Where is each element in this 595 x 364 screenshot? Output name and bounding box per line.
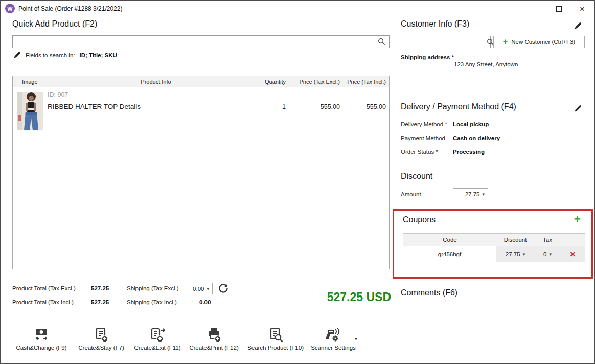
delete-coupon-button[interactable]: × (561, 246, 585, 262)
create-print-icon (205, 327, 223, 343)
plus-icon: + (503, 38, 508, 46)
coupon-col-discount: Discount (496, 234, 534, 246)
maximize-icon (556, 6, 562, 12)
window-title: Point of Sale (Order #1288 3/21/2022) (18, 1, 122, 16)
edit-fields-pencil-icon[interactable] (13, 51, 21, 59)
discount-title: Discount (401, 172, 432, 181)
close-icon: × (580, 5, 585, 13)
quick-add-title: Quick Add Product (F2) (12, 19, 97, 29)
search-product-button[interactable]: Search Product (F10) (243, 327, 308, 351)
pos-window: W Point of Sale (Order #1288 3/21/2022) … (0, 0, 595, 364)
product-table: Image Product Info Quantity Price (Tax E… (12, 76, 390, 269)
product-total-excl-label: Product Total (Tax Excl.) (12, 285, 76, 291)
product-total-excl-value: 527.25 (91, 285, 109, 291)
new-customer-label: New Customer (Ctrl+F3) (511, 39, 575, 45)
shipping-address-value: 123 Any Street, Anytown (454, 61, 518, 67)
product-price-excl: 555.00 (289, 103, 340, 110)
product-name-line: RIBBED HALTER TOP Details (48, 103, 141, 110)
coupons-highlight-box: Coupons + Code Discount Tax gr456hgf 27.… (393, 209, 593, 279)
delivery-method-value: Local pickup (453, 121, 489, 127)
app-logo-icon: W (5, 4, 15, 13)
cash-change-icon (33, 327, 50, 343)
product-search-input[interactable] (13, 36, 378, 48)
product-total-incl-value: 527.25 (91, 299, 109, 305)
col-header-price-excl: Price (Tax Excl.) (289, 76, 340, 87)
coupon-discount-dropdown[interactable]: 27.75 ▾ (496, 246, 534, 262)
order-status-value: Processing (453, 149, 485, 155)
scanner-settings-button[interactable]: Scanner Settings (308, 327, 358, 351)
scanner-settings-icon (325, 327, 342, 343)
product-search-box (12, 35, 390, 48)
cash-change-label: Cash&Change (F9) (16, 345, 66, 351)
search-icon[interactable] (378, 38, 385, 46)
coupon-code-cell[interactable]: gr456hgf (403, 246, 496, 262)
customer-search-input[interactable] (401, 36, 487, 48)
fields-to-search-label: Fields to search in: (26, 52, 75, 58)
create-exit-button[interactable]: Create&Exit (F11) (130, 327, 185, 351)
shipping-excl-dropdown[interactable]: 0.00 ▾ (181, 283, 213, 294)
caret-down-icon: ▾ (523, 252, 525, 257)
new-customer-button[interactable]: + New Customer (Ctrl+F3) (493, 36, 585, 48)
discount-amount-dropdown[interactable]: 27.75 ▾ (453, 188, 488, 200)
coupon-code-value: gr456hgf (438, 251, 461, 257)
product-price-incl: 555.00 (340, 103, 386, 110)
edit-customer-button[interactable] (573, 20, 583, 31)
col-header-price-incl: Price (Tax Incl.) (340, 76, 386, 87)
grand-total: 527.25 USD (285, 290, 391, 304)
create-stay-label: Create&Stay (F7) (78, 345, 124, 351)
payment-method-label: Payment Method (401, 135, 445, 141)
coupon-discount-value: 27.75 (506, 251, 520, 257)
cash-change-button[interactable]: Cash&Change (F9) (10, 327, 73, 351)
caret-down-icon: ▾ (549, 252, 552, 257)
create-stay-button[interactable]: Create&Stay (F7) (73, 327, 130, 351)
product-name: RIBBED HALTER TOP (48, 103, 118, 110)
product-id: ID: 907 (48, 91, 68, 98)
create-exit-label: Create&Exit (F11) (134, 345, 180, 351)
shipping-excl-label: Shipping (Tax Excl.) (127, 285, 179, 291)
delivery-payment-title: Delivery / Payment Method (F4) (401, 102, 516, 111)
comments-title: Comments (F6) (401, 288, 457, 298)
caret-down-icon: ▾ (207, 286, 209, 291)
add-coupon-button[interactable]: + (574, 214, 581, 225)
create-print-button[interactable]: Create&Print (F12) (185, 327, 243, 351)
fields-to-search-row: Fields to search in: ID; Title; SKU (13, 51, 117, 59)
payment-method-value: Cash on delivery (453, 135, 500, 141)
comments-textarea[interactable] (401, 305, 584, 352)
coupon-row: gr456hgf 27.75 ▾ 0 ▾ × (403, 246, 585, 262)
create-exit-icon (149, 327, 166, 343)
customer-search-box (401, 36, 491, 48)
edit-delivery-button[interactable] (573, 103, 583, 113)
coupons-table-header: Code Discount Tax (403, 234, 585, 246)
product-image[interactable] (17, 92, 43, 130)
maximize-button[interactable] (547, 1, 570, 16)
scanner-settings-label: Scanner Settings (311, 345, 356, 351)
shipping-incl-value: 0.00 (199, 299, 211, 305)
shipping-address-label: Shipping address * (401, 54, 454, 60)
coupons-title: Coupons (403, 215, 436, 224)
shipping-incl-label: Shipping (Tax Incl.) (127, 299, 177, 305)
product-total-incl-label: Product Total (Tax Incl.) (12, 299, 74, 305)
bottom-toolbar: Cash&Change (F9) Create&Stay (F7) Create… (10, 327, 368, 351)
col-header-quantity: Quantity (222, 76, 286, 87)
pencil-icon (574, 105, 582, 112)
customer-info-title: Customer Info (F3) (401, 19, 469, 29)
coupon-col-code: Code (403, 234, 496, 246)
create-stay-icon (93, 327, 110, 343)
coupons-table: Code Discount Tax gr456hgf 27.75 ▾ 0 ▾ × (403, 233, 585, 276)
order-status-label: Order Status * (401, 149, 438, 155)
caret-down-icon: ▾ (482, 192, 485, 197)
close-button[interactable]: × (570, 1, 594, 16)
coupon-col-tax: Tax (534, 234, 561, 246)
coupon-tax-dropdown[interactable]: 0 ▾ (534, 246, 561, 262)
coupon-tax-value: 0 (543, 251, 546, 257)
toolbar-more-caret-icon[interactable]: ▾ (355, 336, 357, 342)
create-print-label: Create&Print (F12) (189, 345, 239, 351)
col-header-image: Image (22, 76, 38, 87)
search-product-icon (267, 327, 284, 343)
product-quantity: 1 (222, 103, 286, 110)
product-details-link[interactable]: Details (120, 103, 141, 110)
pencil-icon (574, 22, 582, 30)
shipping-excl-value: 0.00 (193, 286, 204, 292)
refresh-shipping-icon[interactable] (218, 283, 229, 294)
title-bar: W Point of Sale (Order #1288 3/21/2022) … (1, 1, 594, 16)
